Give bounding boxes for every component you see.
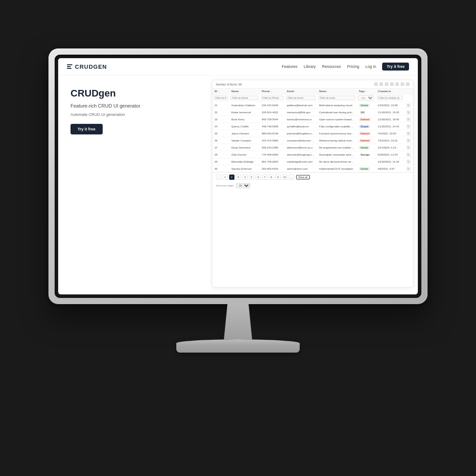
cell-created: 7/16/2021, 22:31 <box>376 137 404 144</box>
table-row: 23 Buck Avery 955-758-5544 bavery@romero… <box>212 116 413 123</box>
page-5-button[interactable]: 5 <box>249 175 254 180</box>
prev-page-button[interactable]: ‹ <box>216 175 221 180</box>
hero-title: CRUDgen <box>71 88 201 99</box>
page-3-button[interactable]: 3 <box>236 175 241 180</box>
cell-name: Gwendolyn Giddens <box>229 102 260 109</box>
per-page-select[interactable]: 10 25 50 <box>236 183 250 188</box>
page-8-button[interactable]: 8 <box>269 175 274 180</box>
hero-try-button[interactable]: Try it free <box>71 124 103 134</box>
edit-row-button[interactable]: ✎ <box>406 152 411 157</box>
next-page-button[interactable]: › <box>289 175 294 180</box>
edit-row-button[interactable]: ✎ <box>406 167 411 171</box>
nav-pricing[interactable]: Pricing <box>347 64 359 69</box>
cell-notes: Re-engineered non-volatile implementatio… <box>317 144 357 151</box>
cell-notes: Multi-lateral analyzing circuit <box>317 102 357 109</box>
filter-name[interactable] <box>231 96 258 100</box>
nav-library[interactable]: Library <box>304 64 316 69</box>
col-created: Created at↕ <box>376 89 404 94</box>
cell-action: ✎ <box>404 144 413 151</box>
toolbar-icons <box>374 82 409 86</box>
edit-row-button[interactable]: ✎ <box>406 124 411 129</box>
nav-resources[interactable]: Resources <box>322 64 341 69</box>
cell-created: 10/18/2022, 11:34 <box>376 158 404 165</box>
page-9-button[interactable]: 9 <box>275 175 281 180</box>
edit-row-button[interactable]: ✎ <box>406 117 411 122</box>
login-link[interactable]: Log in <box>365 64 376 69</box>
col-action <box>404 89 413 94</box>
col-email: Email↕ <box>285 89 317 94</box>
cell-phone: 449-749-5928 <box>260 123 285 130</box>
cell-id: 21 <box>212 102 229 109</box>
monitor-body: CRUDGEN Features Library Resources Prici… <box>48 48 428 304</box>
cell-notes: Implemented DUT escalation <box>317 165 357 172</box>
filter-id[interactable] <box>214 96 228 100</box>
cell-id: 24 <box>212 123 229 130</box>
site-logo: CRUDGEN <box>67 63 107 70</box>
cell-email: ddesmond@cnm.ac.u <box>285 144 317 151</box>
page-7-button[interactable]: 7 <box>262 175 268 180</box>
cell-name: Mercedes Eldridge <box>229 158 260 165</box>
hero-section: CRUDgen Feature-rich CRUD UI generator A… <box>58 75 209 292</box>
filter-email[interactable] <box>286 96 316 100</box>
cell-email: semm@avm.com <box>285 165 317 172</box>
site-nav: CRUDGEN Features Library Resources Prici… <box>58 58 418 75</box>
cell-id: 26 <box>212 137 229 144</box>
cell-created: 5/28/2022, 12:24 <box>376 151 404 158</box>
view-icon-6[interactable] <box>401 82 404 86</box>
cell-tag <box>357 158 376 165</box>
nav-try-button[interactable]: Try it free <box>382 63 409 71</box>
monitor-screen: CRUDGEN Features Library Resources Prici… <box>58 58 418 294</box>
cell-action: ✎ <box>404 130 413 137</box>
pagination: ‹ 1 2 3 4 5 6 7 8 9 10 › <box>212 172 413 182</box>
cell-created: 12/18/2021, 18:40 <box>376 116 404 123</box>
page-2-button[interactable]: 2 <box>229 175 234 180</box>
edit-row-button[interactable]: ✎ <box>406 110 411 115</box>
edit-row-button[interactable]: ✎ <box>406 138 411 143</box>
page-1-button[interactable]: 1 <box>223 175 228 180</box>
cell-name: Quincy Chaffin <box>229 123 260 130</box>
edit-row-button[interactable]: ✎ <box>406 131 411 136</box>
cell-email: zdurmer@drugmag.com <box>285 151 317 158</box>
cell-id: 22 <box>212 109 229 116</box>
cell-tag: Global <box>357 102 376 109</box>
table-row: 30 Sauney Emerson 281-600-6425 semm@avm.… <box>212 165 413 172</box>
cell-name: Vander Compton <box>229 137 260 144</box>
edit-row-button[interactable]: ✎ <box>406 160 411 164</box>
close-icon[interactable] <box>406 82 409 86</box>
view-icon-2[interactable] <box>379 82 383 86</box>
filter-created[interactable] <box>377 96 403 100</box>
page-6-button[interactable]: 6 <box>256 175 261 180</box>
table-row: 22 Kutter Isensroud 320-914-4022 risensr… <box>212 109 413 116</box>
table-row: 24 Quincy Chaffin 449-749-5928 qchaffin@… <box>212 123 413 130</box>
filter-notes[interactable] <box>318 96 355 100</box>
show-all-button[interactable]: Show all <box>296 175 310 179</box>
view-icon-1[interactable] <box>374 82 378 86</box>
cell-name: Buck Avery <box>229 116 260 123</box>
view-icon-3[interactable] <box>385 82 388 86</box>
page-4-button[interactable]: 4 <box>242 175 248 180</box>
cell-phone: 881-758-6825 <box>260 158 285 165</box>
cell-id: 23 <box>212 116 229 123</box>
cell-email: qchaffin@bastcom <box>285 123 317 130</box>
filter-row: Any Global Simple Deleted Storage <box>212 94 413 102</box>
cell-tag: Deleted <box>357 137 376 144</box>
col-notes: Notes↕ <box>317 89 357 94</box>
page-10-button[interactable]: 10 <box>282 175 287 180</box>
edit-row-button[interactable]: ✎ <box>406 145 411 150</box>
col-name: Name↕ <box>229 89 260 94</box>
cell-notes: Open-source system-based database <box>317 116 357 123</box>
view-icon-4[interactable] <box>390 82 394 86</box>
cell-email: giddens@techub.com <box>285 102 317 109</box>
cell-action: ✎ <box>404 102 413 109</box>
cell-name: Sauney Emerson <box>229 165 260 172</box>
cell-created: 2/14/2025, 5:19 <box>376 144 404 151</box>
cell-action: ✎ <box>404 165 413 172</box>
table-row: 26 Vander Compton 441-473-5806 vcompton@… <box>212 137 413 144</box>
filter-tags[interactable]: Any Global Simple Deleted Storage <box>358 95 374 100</box>
filter-phone[interactable] <box>261 96 283 100</box>
cell-email: risensroud@hfs.gov <box>285 109 317 116</box>
site-content: CRUDgen Feature-rich CRUD UI generator A… <box>58 75 418 292</box>
edit-row-button[interactable]: ✎ <box>406 103 411 108</box>
nav-features[interactable]: Features <box>282 64 298 69</box>
view-icon-5[interactable] <box>395 82 399 86</box>
